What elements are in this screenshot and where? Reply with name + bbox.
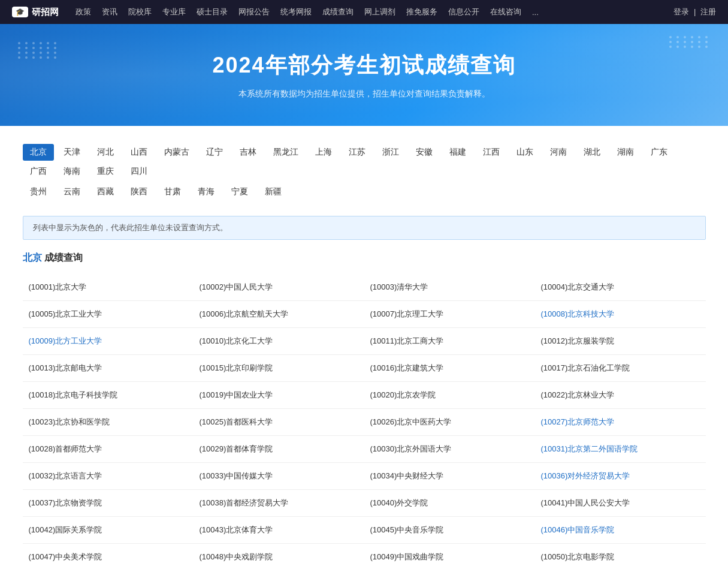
nav-item-announcement[interactable]: 网报公告: [238, 7, 270, 17]
uni-cell: (10034)中央财经大学: [364, 463, 535, 490]
region-btn-西藏[interactable]: 西藏: [90, 183, 121, 200]
region-btn-安徽[interactable]: 安徽: [409, 144, 440, 161]
uni-cell: (10031)北京第二外国语学院: [535, 436, 706, 463]
uni-cell: (10004)北京交通大学: [535, 274, 706, 301]
uni-cell: (10041)中国人民公安大学: [535, 490, 706, 517]
uni-link[interactable]: (10009)北方工业大学: [29, 336, 102, 345]
region-btn-黑龙江[interactable]: 黑龙江: [266, 144, 306, 161]
region-btn-海南[interactable]: 海南: [56, 163, 87, 180]
region-btn-四川[interactable]: 四川: [123, 163, 155, 180]
notice-text: 列表中显示为灰色的，代表此招生单位未设置查询方式。: [33, 223, 228, 232]
uni-cell: (10030)北京外国语大学: [364, 436, 535, 463]
section-title: 北京 成绩查询: [23, 252, 706, 264]
uni-cell: (10038)首都经济贸易大学: [194, 490, 364, 517]
uni-cell: (10010)北京化工大学: [194, 328, 364, 355]
region-btn-陕西[interactable]: 陕西: [123, 183, 155, 200]
region-btn-浙江[interactable]: 浙江: [375, 144, 406, 161]
uni-link[interactable]: (10027)北京师范大学: [541, 417, 615, 426]
nav-item-majors[interactable]: 专业库: [162, 7, 186, 17]
region-btn-广西[interactable]: 广西: [23, 163, 54, 180]
uni-cell: (10033)中国传媒大学: [194, 463, 364, 490]
uni-cell: (10022)北京林业大学: [535, 382, 706, 409]
region-btn-山东[interactable]: 山东: [509, 144, 540, 161]
uni-cell: (10045)中央音乐学院: [364, 517, 535, 544]
table-row: (10001)北京大学(10002)中国人民大学(10003)清华大学(1000…: [23, 274, 706, 301]
notice-box: 列表中显示为灰色的，代表此招生单位未设置查询方式。: [23, 216, 706, 240]
region-btn-青海[interactable]: 青海: [191, 183, 222, 200]
uni-cell: (10037)北京物资学院: [23, 490, 194, 517]
nav-item-consult[interactable]: 在线咨询: [490, 7, 521, 17]
region-btn-天津[interactable]: 天津: [56, 144, 87, 161]
region-btn-云南[interactable]: 云南: [56, 183, 87, 200]
nav-bar: 🎓 研招网 政策 资讯 院校库 专业库 硕士目录 网报公告 统考网报 成绩查询 …: [0, 0, 728, 24]
logo-text: 研招网: [32, 7, 59, 18]
uni-cell: (10049)中国戏曲学院: [364, 544, 535, 564]
table-row: (10037)北京物资学院(10038)首都经济贸易大学(10040)外交学院(…: [23, 490, 706, 517]
region-row-1: 北京天津河北山西内蒙古辽宁吉林黑龙江上海江苏浙江安徽福建江西山东河南湖北湖南广东…: [23, 144, 706, 180]
region-btn-内蒙古[interactable]: 内蒙古: [157, 144, 197, 161]
nav-auth: 登录 | 注册: [673, 7, 716, 17]
uni-cell: (10043)北京体育大学: [194, 517, 364, 544]
region-btn-新疆[interactable]: 新疆: [258, 183, 289, 200]
region-tabs: 北京天津河北山西内蒙古辽宁吉林黑龙江上海江苏浙江安徽福建江西山东河南湖北湖南广东…: [23, 138, 706, 216]
uni-link[interactable]: (10036)对外经济贸易大学: [541, 471, 630, 480]
uni-cell: (10026)北京中医药大学: [364, 409, 535, 436]
uni-link[interactable]: (10008)北京科技大学: [541, 309, 615, 318]
uni-cell: (10008)北京科技大学: [535, 301, 706, 328]
uni-cell: (10025)首都医科大学: [194, 409, 364, 436]
uni-cell: (10023)北京协和医学院: [23, 409, 194, 436]
region-btn-宁夏[interactable]: 宁夏: [224, 183, 255, 200]
nav-item-info[interactable]: 信息公开: [448, 7, 479, 17]
table-row: (10042)国际关系学院(10043)北京体育大学(10045)中央音乐学院(…: [23, 517, 706, 544]
uni-cell: (10048)中央戏剧学院: [194, 544, 364, 564]
table-row: (10047)中央美术学院(10048)中央戏剧学院(10049)中国戏曲学院(…: [23, 544, 706, 564]
region-btn-河南[interactable]: 河南: [543, 144, 574, 161]
uni-cell: (10050)北京电影学院: [535, 544, 706, 564]
table-row: (10028)首都师范大学(10029)首都体育学院(10030)北京外国语大学…: [23, 436, 706, 463]
uni-cell: (10005)北京工业大学: [23, 301, 194, 328]
region-btn-吉林[interactable]: 吉林: [232, 144, 264, 161]
table-row: (10013)北京邮电大学(10015)北京印刷学院(10016)北京建筑大学(…: [23, 355, 706, 382]
region-btn-江苏[interactable]: 江苏: [342, 144, 373, 161]
region-btn-河北[interactable]: 河北: [90, 144, 121, 161]
uni-cell: (10027)北京师范大学: [535, 409, 706, 436]
table-row: (10005)北京工业大学(10006)北京航空航天大学(10007)北京理工大…: [23, 301, 706, 328]
region-btn-江西[interactable]: 江西: [476, 144, 507, 161]
uni-cell: (10018)北京电子科技学院: [23, 382, 194, 409]
uni-link[interactable]: (10031)北京第二外国语学院: [541, 444, 638, 453]
hero-subtitle: 本系统所有数据均为招生单位提供，招生单位对查询结果负责解释。: [238, 89, 490, 100]
nav-item-catalog[interactable]: 硕士目录: [197, 7, 228, 17]
uni-link[interactable]: (10046)中国音乐学院: [541, 525, 615, 534]
region-btn-重庆[interactable]: 重庆: [90, 163, 121, 180]
uni-cell: (10009)北方工业大学: [23, 328, 194, 355]
login-link[interactable]: 登录: [673, 7, 689, 16]
region-btn-福建[interactable]: 福建: [442, 144, 473, 161]
region-btn-北京[interactable]: 北京: [23, 144, 54, 161]
nav-item-policy[interactable]: 政策: [75, 7, 91, 17]
uni-cell: (10020)北京农学院: [364, 382, 535, 409]
uni-cell: (10002)中国人民大学: [194, 274, 364, 301]
nav-more[interactable]: ...: [532, 8, 539, 17]
region-btn-甘肃[interactable]: 甘肃: [157, 183, 188, 200]
uni-cell: (10016)北京建筑大学: [364, 355, 535, 382]
region-btn-辽宁[interactable]: 辽宁: [199, 144, 230, 161]
region-btn-湖北[interactable]: 湖北: [576, 144, 608, 161]
uni-cell: (10042)国际关系学院: [23, 517, 194, 544]
nav-item-transfer[interactable]: 网上调剂: [364, 7, 395, 17]
region-btn-贵州[interactable]: 贵州: [23, 183, 54, 200]
uni-cell: (10006)北京航空航天大学: [194, 301, 364, 328]
nav-item-report[interactable]: 统考网报: [280, 7, 312, 17]
register-link[interactable]: 注册: [700, 7, 716, 16]
logo[interactable]: 🎓 研招网: [12, 7, 59, 18]
uni-cell: (10032)北京语言大学: [23, 463, 194, 490]
uni-cell: (10012)北京服装学院: [535, 328, 706, 355]
region-btn-山西[interactable]: 山西: [123, 144, 155, 161]
nav-item-score[interactable]: 成绩查询: [322, 7, 354, 17]
table-row: (10018)北京电子科技学院(10019)中国农业大学(10020)北京农学院…: [23, 382, 706, 409]
nav-item-exemption[interactable]: 推免服务: [406, 7, 437, 17]
region-btn-广东[interactable]: 广东: [644, 144, 675, 161]
nav-item-schools[interactable]: 院校库: [128, 7, 152, 17]
nav-item-news[interactable]: 资讯: [102, 7, 117, 17]
region-btn-湖南[interactable]: 湖南: [610, 144, 641, 161]
region-btn-上海[interactable]: 上海: [308, 144, 339, 161]
